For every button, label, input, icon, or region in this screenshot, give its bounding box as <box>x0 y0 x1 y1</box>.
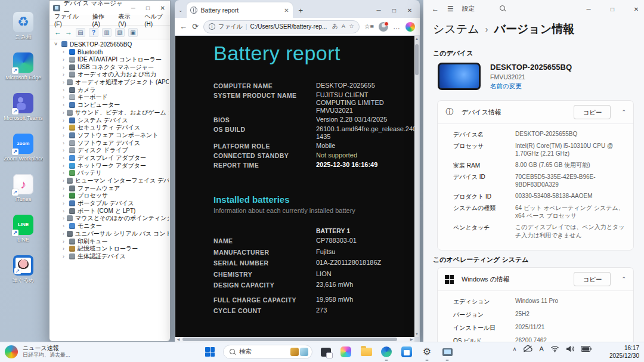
maximize-button[interactable]: □ <box>605 0 620 18</box>
desktop-icon[interactable]: zoom ↗ Zoom Workplace <box>4 134 43 162</box>
menu-item[interactable]: ファイル(F) <box>54 13 85 27</box>
chevron-right-icon[interactable]: › <box>63 185 67 191</box>
maximize-button[interactable]: □ <box>386 2 402 18</box>
onedrive-paused-icon[interactable] <box>523 345 532 352</box>
translate-icon[interactable]: あ <box>332 23 338 30</box>
menu-item[interactable]: 操作(A) <box>92 13 111 27</box>
back-icon[interactable]: ← <box>54 28 61 36</box>
desktop-icon[interactable]: ↗ Microsoft Edge <box>4 52 43 81</box>
properties-icon[interactable]: ▥ <box>102 28 112 37</box>
device-tree-item[interactable]: › ヒューマン インターフェイス デバイス <box>51 177 169 185</box>
minimize-button[interactable]: ─ <box>371 2 386 18</box>
desktop-icon[interactable]: ♻ ごみ箱 <box>4 12 43 40</box>
chevron-right-icon[interactable]: › <box>63 231 64 237</box>
refresh-icon[interactable]: ⟳ <box>192 22 199 31</box>
chevron-right-icon[interactable]: › <box>63 57 67 63</box>
chevron-right-icon[interactable]: › <box>63 79 64 85</box>
remote-computer-icon[interactable]: ▣ <box>128 28 138 37</box>
device-tree-item[interactable]: › 生体認証デバイス <box>51 253 169 261</box>
chevron-right-icon[interactable]: › <box>63 147 67 153</box>
device-tree-item[interactable]: › サウンド、ビデオ、およびゲーム コントローラー <box>51 109 169 117</box>
scrollbar-thumb[interactable] <box>182 338 397 341</box>
device-tree-item[interactable]: › ソフトウェア デバイス <box>51 139 169 147</box>
device-tree-root[interactable]: ˅ DESKTOP-2025655BQ <box>51 40 169 48</box>
device-tree-item[interactable]: › セキュリティ デバイス <box>51 124 169 132</box>
device-tree-item[interactable]: › Bluetooth <box>51 48 169 56</box>
chevron-right-icon[interactable]: › <box>63 223 67 229</box>
page-info-icon[interactable]: i <box>209 23 215 30</box>
copy-button[interactable]: コピー <box>574 105 611 119</box>
copilot-icon[interactable] <box>405 22 415 32</box>
chevron-down-icon[interactable]: ˅ <box>54 41 59 47</box>
forward-icon[interactable]: → <box>65 28 72 36</box>
device-tree-item[interactable]: › オーディオ処理オブジェクト (APO) <box>51 79 169 86</box>
device-tree-item[interactable]: › マウスとそのほかのポインティング デバイス <box>51 215 169 222</box>
chevron-right-icon[interactable]: › <box>63 253 67 259</box>
scan-hardware-icon[interactable]: ▧ <box>115 28 125 37</box>
chevron-up-icon[interactable]: ⌃ <box>621 109 626 115</box>
chevron-right-icon[interactable]: › <box>63 200 67 206</box>
tab-actions-icon[interactable]: ⌄ <box>178 7 183 13</box>
device-tree-item[interactable]: › バッテリ <box>51 169 169 177</box>
scroll-up-icon[interactable]: ▲ <box>414 36 419 42</box>
back-icon[interactable]: ← <box>179 22 187 31</box>
chevron-right-icon[interactable]: › <box>63 102 67 108</box>
tray-overflow-icon[interactable]: ∧ <box>513 346 517 352</box>
chevron-right-icon[interactable]: › <box>63 178 64 184</box>
store-button[interactable] <box>400 345 414 359</box>
device-tree-item[interactable]: › IDE ATA/ATAPI コントローラー <box>51 56 169 64</box>
menu-item[interactable]: 表示(V) <box>118 13 137 27</box>
device-tree-item[interactable]: › ネットワーク アダプター <box>51 162 169 169</box>
rename-link[interactable]: 名前の変更 <box>490 82 572 91</box>
browser-tab[interactable]: Battery report ✕ <box>187 2 293 18</box>
scroll-left-icon[interactable]: ◀ <box>175 337 181 342</box>
settings-titlebar[interactable]: ← ☰ 設定 ─ □ ✕ <box>423 0 644 18</box>
read-aloud-icon[interactable]: A <box>342 23 345 30</box>
start-button[interactable] <box>203 345 217 359</box>
device-info-card-header[interactable]: ⓘ デバイス情報 コピー ⌃ <box>438 101 633 123</box>
ime-mode-indicator[interactable]: A <box>539 345 544 352</box>
battery-icon[interactable] <box>581 346 592 352</box>
device-tree-item[interactable]: › モニター <box>51 222 169 230</box>
hamburger-menu-icon[interactable]: ☰ <box>447 5 454 13</box>
chevron-right-icon[interactable]: › <box>63 87 67 93</box>
chevron-right-icon[interactable]: › <box>63 163 67 169</box>
windows-info-card-header[interactable]: Windows の情報 コピー ⌃ <box>438 268 633 290</box>
close-button[interactable]: ✕ <box>402 2 417 18</box>
settings-button[interactable]: ⚙ <box>420 345 434 359</box>
chevron-right-icon[interactable]: › <box>63 132 67 138</box>
scrollbar-thumb[interactable] <box>415 44 419 75</box>
chevron-right-icon[interactable]: › <box>63 125 67 131</box>
chevron-right-icon[interactable]: › <box>63 193 67 199</box>
desktop-icon[interactable]: ↗ Microsoft Teams <box>4 93 43 121</box>
chevron-right-icon[interactable]: › <box>63 239 67 245</box>
device-tree-item[interactable]: › USB コネクタ マネージャー <box>51 63 169 71</box>
device-tree-item[interactable]: › ポート (COM と LPT) <box>51 207 169 215</box>
collections-icon[interactable]: ☆≡ <box>364 23 374 30</box>
device-tree-item[interactable]: › ファームウェア <box>51 184 169 192</box>
help-icon[interactable]: ? <box>89 28 98 37</box>
breadcrumb-parent[interactable]: システム <box>433 21 479 37</box>
device-tree-item[interactable]: › 記憶域コントローラー <box>51 245 169 253</box>
copy-button[interactable]: コピー <box>574 272 611 286</box>
chevron-right-icon[interactable]: › <box>63 155 67 161</box>
device-tree-item[interactable]: › オーディオの入力および出力 <box>51 71 169 79</box>
device-tree-item[interactable]: › ソフトウェア コンポーネント <box>51 132 169 140</box>
desktop-icon[interactable]: ♪ ↗ iTunes <box>4 174 43 202</box>
widgets-button[interactable]: ニュース速報 日経平均、過去最... <box>5 345 70 358</box>
wifi-icon[interactable] <box>550 345 559 352</box>
device-tree-item[interactable]: › カメラ <box>51 86 169 94</box>
profile-avatar[interactable] <box>379 22 388 32</box>
chevron-right-icon[interactable]: › <box>63 246 67 252</box>
device-tree-item[interactable]: › ポータブル デバイス <box>51 200 169 208</box>
device-tree-item[interactable]: › 印刷キュー <box>51 237 169 245</box>
chevron-right-icon[interactable]: › <box>63 117 67 123</box>
edge-button[interactable] <box>379 345 394 359</box>
console-window-icon[interactable]: ▤ <box>76 28 85 37</box>
chevron-right-icon[interactable]: › <box>63 94 67 100</box>
device-tree-item[interactable]: › コンピューター <box>51 101 169 109</box>
chevron-right-icon[interactable]: › <box>63 72 67 78</box>
chevron-right-icon[interactable]: › <box>63 215 64 221</box>
chevron-right-icon[interactable]: › <box>63 140 67 146</box>
file-explorer-button[interactable] <box>359 345 373 359</box>
